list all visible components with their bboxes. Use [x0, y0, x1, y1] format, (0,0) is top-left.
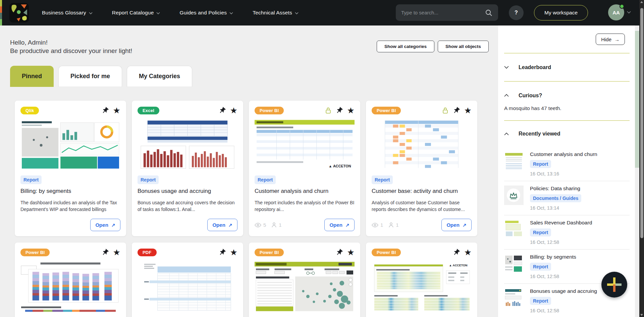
star-icon[interactable]: ★ — [464, 248, 472, 256]
card-title: Billing: by segments — [20, 188, 120, 195]
search-box — [396, 4, 498, 21]
pin-icon[interactable] — [452, 107, 460, 114]
open-button[interactable]: Open ↗ — [207, 219, 237, 231]
card-bonuses-usage[interactable]: Excel ★ — [132, 101, 243, 236]
card-thumbnail — [138, 119, 237, 170]
help-button[interactable]: ? — [509, 5, 524, 20]
tab-picked-for-me[interactable]: Picked for me — [58, 66, 122, 87]
card-grid-row2: Power BI ★ — [15, 243, 491, 317]
open-arrow-icon: ↗ — [345, 222, 350, 228]
open-arrow-icon: ↗ — [463, 222, 467, 228]
top-navbar: Business Glossary Report Catalogue Guide… — [0, 0, 644, 25]
card-pdf-table[interactable]: PDF ★ — [132, 243, 243, 317]
open-button[interactable]: Open ↗ — [324, 219, 355, 231]
star-icon[interactable]: ★ — [464, 106, 472, 114]
hide-sidebar-button[interactable]: Hide → — [596, 34, 625, 45]
recent-title: Sales Revenue Dashboard — [530, 220, 592, 226]
card-customer-analysis[interactable]: Power BI ★ — [249, 101, 360, 236]
chevron-down-icon[interactable] — [627, 11, 631, 14]
open-button[interactable]: Open ↗ — [90, 219, 120, 231]
star-icon[interactable]: ★ — [230, 248, 237, 256]
recent-item[interactable]: Policies: Data sharing Documents / Guide… — [498, 181, 635, 215]
menu-business-glossary[interactable]: Business Glossary — [42, 10, 93, 16]
menu-guides-policies[interactable]: Guides and Policies — [179, 10, 233, 16]
section-recently-viewed[interactable]: Recently viewed — [498, 121, 635, 147]
card-thumbnail — [138, 261, 237, 312]
lock-icon — [325, 107, 331, 114]
source-badge: Excel — [138, 107, 159, 114]
app-logo[interactable] — [9, 3, 29, 22]
section-leaderboard[interactable]: Leaderboard — [498, 53, 635, 81]
card-description: Analysis of customer base Customer base … — [372, 200, 472, 213]
scroll-down-arrow[interactable] — [640, 314, 643, 316]
search-input[interactable] — [401, 10, 485, 15]
views-count: 1 — [380, 222, 383, 228]
sidebar-scrollbar[interactable] — [635, 25, 639, 317]
star-icon[interactable]: ★ — [230, 106, 237, 114]
card-customer-base[interactable]: Power BI ★ — [366, 101, 477, 236]
recent-tag: Report — [530, 228, 551, 236]
card-top5-category-share[interactable]: Power BI ★ — [15, 243, 126, 317]
chevron-down-icon — [89, 12, 93, 14]
recent-item[interactable]: Sales Revenue Dashboard Report 16 Oct, 1… — [498, 215, 635, 249]
chevron-down-icon[interactable] — [504, 66, 509, 69]
menu-technical-assets[interactable]: Technical Assets — [253, 10, 299, 16]
sidebar-scrollbar-thumb[interactable] — [635, 31, 639, 168]
page-scrollbar-thumb[interactable] — [640, 8, 643, 238]
card-thumbnail — [20, 261, 120, 312]
star-icon[interactable]: ★ — [347, 106, 355, 114]
chevron-up-icon[interactable] — [504, 133, 509, 136]
card-thumbnail: ▲ ACCETON — [255, 119, 355, 170]
arrow-right-icon: → — [614, 37, 620, 42]
users-icon — [388, 222, 394, 228]
recent-thumbnail — [504, 186, 524, 205]
pin-icon[interactable] — [101, 107, 109, 114]
card-description: The dashboard includes an analysis of th… — [20, 200, 120, 213]
star-icon[interactable]: ★ — [347, 248, 355, 256]
open-arrow-icon: ↗ — [111, 222, 115, 228]
show-all-categories-button[interactable]: Show all categories — [377, 41, 434, 52]
object-type-tag: Report — [138, 175, 159, 184]
card-title: Customer analysis and churn — [255, 188, 355, 195]
card-transactions-heatmap[interactable]: Power BI ★ — [366, 243, 477, 317]
search-icon[interactable] — [485, 9, 493, 17]
card-revenue-by-stores[interactable]: Power BI ★ — [249, 243, 360, 317]
source-badge: Power BI — [372, 107, 401, 114]
show-all-objects-button[interactable]: Show all objects — [438, 41, 489, 52]
open-button[interactable]: Open ↗ — [441, 219, 472, 231]
card-thumbnail — [20, 119, 120, 170]
home-tabs: Pinned Picked for me My Categories — [10, 66, 192, 87]
recent-item[interactable]: Customer analysis and churn Report 16 Oc… — [498, 147, 635, 181]
card-billing-by-segments[interactable]: Qlik ★ — [15, 101, 126, 236]
pin-icon[interactable] — [335, 249, 343, 256]
recent-tag: Report — [530, 263, 551, 271]
star-icon[interactable]: ★ — [113, 248, 120, 256]
recent-tag: Report — [530, 160, 551, 168]
scroll-up-arrow[interactable] — [640, 1, 643, 3]
users-count: 1 — [279, 222, 281, 228]
chevron-up-icon[interactable] — [504, 94, 509, 97]
page-scrollbar[interactable] — [639, 0, 644, 317]
pin-icon[interactable] — [218, 249, 226, 256]
recent-time: 16 Oct, 13:14 — [530, 205, 581, 211]
card-thumbnail: ▲ ACCETON — [372, 261, 472, 312]
object-type-tag: Report — [372, 175, 393, 184]
pin-icon[interactable] — [452, 249, 460, 256]
star-icon[interactable]: ★ — [113, 106, 120, 114]
greeting-line1: Hello, Admin! — [10, 38, 132, 47]
tab-my-categories[interactable]: My Categories — [127, 66, 192, 87]
svg-text:▲ ACCETON: ▲ ACCETON — [449, 264, 467, 267]
recent-title: Billing: by segments — [530, 254, 576, 260]
pin-icon[interactable] — [218, 107, 226, 114]
pin-icon[interactable] — [335, 107, 343, 114]
menu-report-catalogue[interactable]: Report Catalogue — [112, 10, 160, 16]
source-badge: Power BI — [372, 249, 401, 256]
object-type-tag: Report — [20, 175, 42, 184]
recent-tag: Documents / Guides — [530, 194, 581, 202]
add-button[interactable] — [601, 272, 627, 298]
my-workspace-button[interactable]: My workspace — [534, 5, 588, 20]
users-count: 1 — [396, 222, 398, 228]
tab-pinned[interactable]: Pinned — [10, 66, 54, 87]
pin-icon[interactable] — [101, 249, 109, 256]
card-grid-row1: Qlik ★ — [15, 101, 491, 236]
